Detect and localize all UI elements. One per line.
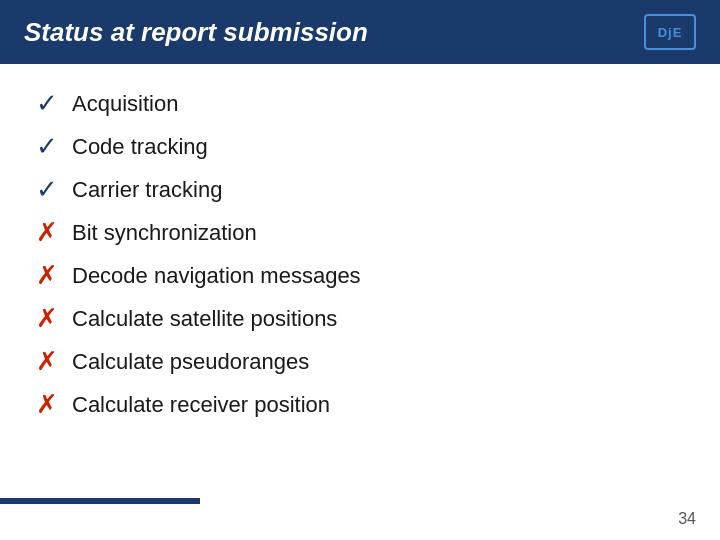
item-label: Decode navigation messages [72, 263, 361, 289]
item-label: Carrier tracking [72, 177, 222, 203]
list-item: ✓Code tracking [36, 125, 684, 168]
slide-header: Status at report submission DjE [0, 0, 720, 64]
item-label: Calculate satellite positions [72, 306, 337, 332]
item-label: Calculate receiver position [72, 392, 330, 418]
cross-icon: ✗ [36, 389, 68, 420]
list-item: ✗Calculate receiver position [36, 383, 684, 426]
content-area: ✓Acquisition✓Code tracking✓Carrier track… [0, 64, 720, 444]
cross-icon: ✗ [36, 303, 68, 334]
logo-badge: DjE [644, 14, 696, 50]
page-number: 34 [678, 510, 696, 528]
bottom-bar [0, 498, 200, 504]
list-item: ✗Decode navigation messages [36, 254, 684, 297]
item-label: Acquisition [72, 91, 178, 117]
item-label: Bit synchronization [72, 220, 257, 246]
item-label: Calculate pseudoranges [72, 349, 309, 375]
slide-title: Status at report submission [24, 17, 368, 48]
check-icon: ✓ [36, 88, 68, 119]
slide: Status at report submission DjE ✓Acquisi… [0, 0, 720, 540]
list-item: ✓Acquisition [36, 82, 684, 125]
item-label: Code tracking [72, 134, 208, 160]
check-icon: ✓ [36, 174, 68, 205]
list-item: ✗Calculate satellite positions [36, 297, 684, 340]
cross-icon: ✗ [36, 217, 68, 248]
list-item: ✓Carrier tracking [36, 168, 684, 211]
list-item: ✗Bit synchronization [36, 211, 684, 254]
list-item: ✗Calculate pseudoranges [36, 340, 684, 383]
cross-icon: ✗ [36, 260, 68, 291]
check-icon: ✓ [36, 131, 68, 162]
cross-icon: ✗ [36, 346, 68, 377]
